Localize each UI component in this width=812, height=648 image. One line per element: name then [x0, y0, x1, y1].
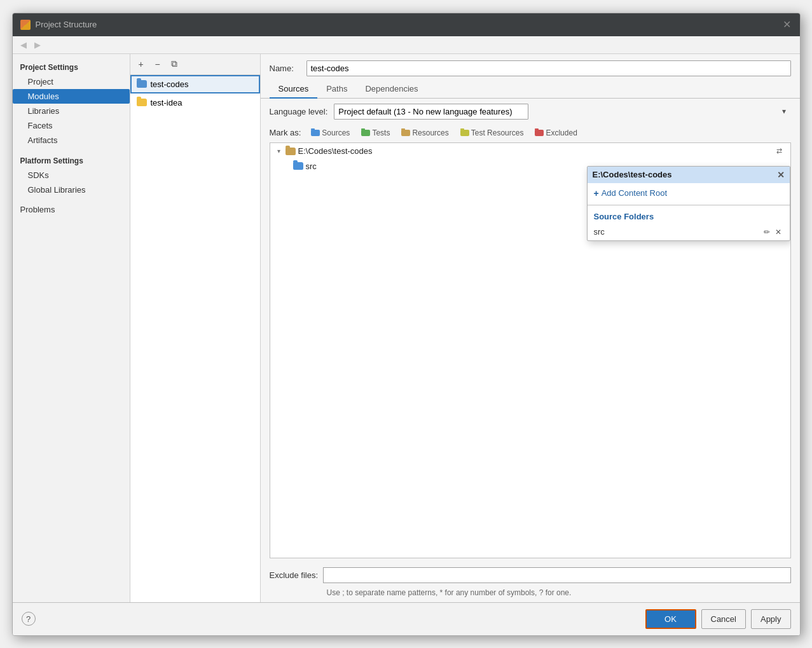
- exclude-files-input[interactable]: [323, 567, 790, 583]
- popup-header: E:\Codes\test-codes ✕: [588, 167, 790, 183]
- module-item-test-codes[interactable]: test-codes: [130, 75, 260, 93]
- title-bar-left: Project Structure: [20, 20, 97, 30]
- tree-expand-all-button[interactable]: ⇄: [774, 146, 785, 157]
- mark-tests-button[interactable]: Tests: [357, 127, 394, 139]
- main-content: Project Settings Project Modules Librari…: [13, 54, 800, 602]
- add-module-button[interactable]: +: [134, 57, 148, 71]
- add-icon: +: [594, 188, 599, 198]
- popup-src-label: src: [594, 227, 758, 237]
- forward-button[interactable]: ▶: [32, 39, 43, 51]
- footer-right: OK Cancel Apply: [645, 609, 791, 629]
- back-button[interactable]: ◀: [18, 39, 29, 51]
- mark-as-label: Mark as:: [270, 128, 301, 137]
- src-label: src: [306, 162, 317, 171]
- sidebar-item-libraries[interactable]: Libraries: [13, 104, 130, 118]
- mark-as-row: Mark as: Sources Tests Resources Test Re…: [261, 125, 800, 142]
- sidebar-item-modules[interactable]: Modules: [13, 89, 130, 104]
- add-content-root-button[interactable]: + Add Content Root: [588, 183, 790, 203]
- tabs-row: Sources Paths Dependencies: [261, 80, 800, 99]
- exclude-files-label: Exclude files:: [270, 570, 319, 580]
- language-level-row: Language level: Project default (13 - No…: [261, 99, 800, 125]
- mark-excluded-button[interactable]: Excluded: [531, 127, 581, 139]
- tree-root-item[interactable]: ▾ E:\Codes\test-codes ⇄: [270, 143, 790, 160]
- sidebar-item-artifacts[interactable]: Artifacts: [13, 133, 130, 148]
- title-bar: Project Structure ✕: [13, 13, 800, 36]
- tab-sources[interactable]: Sources: [270, 80, 318, 99]
- footer: ? OK Cancel Apply: [13, 602, 800, 635]
- name-row: Name:: [261, 54, 800, 80]
- name-input[interactable]: [306, 60, 791, 76]
- module-toolbar: + − ⧉: [130, 54, 260, 75]
- tests-folder-icon: [361, 130, 370, 136]
- popup-src-item: src ✏ ✕: [588, 224, 790, 240]
- popup-divider: [588, 205, 790, 205]
- footer-left: ?: [22, 612, 36, 626]
- project-structure-dialog: Project Structure ✕ ◀ ▶ Project Settings…: [12, 13, 801, 636]
- popup-item-actions: ✏ ✕: [762, 226, 783, 238]
- mark-sources-button[interactable]: Sources: [307, 127, 354, 139]
- sidebar-item-facets[interactable]: Facets: [13, 118, 130, 133]
- sidebar: Project Settings Project Modules Librari…: [13, 54, 130, 602]
- copy-module-button[interactable]: ⧉: [167, 57, 181, 71]
- help-button[interactable]: ?: [22, 612, 36, 626]
- module-folder-icon-2: [137, 99, 147, 106]
- edit-source-folder-button[interactable]: ✏: [762, 226, 772, 238]
- module-label: test-codes: [151, 79, 189, 89]
- module-folder-icon: [137, 80, 147, 88]
- mark-resources-button[interactable]: Resources: [397, 127, 452, 139]
- name-label: Name:: [270, 64, 301, 73]
- app-icon: [20, 20, 31, 30]
- sidebar-item-project[interactable]: Project: [13, 74, 130, 89]
- expand-icon[interactable]: ▾: [275, 148, 283, 155]
- sidebar-item-problems[interactable]: Problems: [13, 202, 130, 217]
- tab-paths[interactable]: Paths: [317, 80, 356, 99]
- resources-folder-icon: [401, 130, 410, 136]
- test-resources-folder-icon: [460, 130, 469, 136]
- project-settings-label: Project Settings: [13, 59, 130, 74]
- module-label-2: test-idea: [151, 98, 182, 107]
- ok-button[interactable]: OK: [645, 609, 696, 629]
- remove-source-folder-button[interactable]: ✕: [773, 226, 783, 238]
- platform-settings-label: Platform Settings: [13, 153, 130, 168]
- add-content-root-label: Add Content Root: [602, 188, 667, 198]
- language-level-label: Language level:: [270, 107, 328, 116]
- remove-module-button[interactable]: −: [151, 57, 165, 71]
- module-list: + − ⧉ test-codes test-idea: [130, 54, 261, 602]
- dialog-title: Project Structure: [36, 20, 97, 29]
- sidebar-item-global-libraries[interactable]: Global Libraries: [13, 183, 130, 197]
- exclude-files-row: Exclude files:: [261, 563, 800, 587]
- popup-title: E:\Codes\test-codes: [593, 170, 672, 179]
- language-level-select[interactable]: Project default (13 - No new language fe…: [334, 104, 528, 120]
- sidebar-item-sdks[interactable]: SDKs: [13, 168, 130, 183]
- root-folder-icon: [286, 148, 296, 155]
- language-level-select-wrapper: Project default (13 - No new language fe…: [334, 104, 790, 120]
- apply-button[interactable]: Apply: [751, 609, 791, 629]
- navigation-arrows: ◀ ▶: [18, 39, 43, 51]
- tab-dependencies[interactable]: Dependencies: [356, 80, 427, 99]
- popup-close-button[interactable]: ✕: [777, 170, 785, 180]
- src-folder-icon: [293, 162, 303, 170]
- root-path-label: E:\Codes\test-codes: [298, 146, 373, 156]
- excluded-folder-icon: [535, 130, 544, 136]
- sources-folder-icon: [311, 130, 320, 136]
- source-folders-section-label: Source Folders: [588, 207, 790, 224]
- close-button[interactable]: ✕: [782, 20, 792, 30]
- cancel-button[interactable]: Cancel: [701, 609, 746, 629]
- nav-bar: ◀ ▶: [13, 36, 800, 54]
- exclude-files-hint: Use ; to separate name patterns, * for a…: [261, 587, 800, 602]
- mark-test-resources-button[interactable]: Test Resources: [457, 127, 528, 139]
- right-panel: Name: Sources Paths Dependencies Languag…: [261, 54, 800, 602]
- file-tree-area: ▾ E:\Codes\test-codes ⇄ src E:\Codes\tes…: [270, 142, 791, 558]
- tree-root-actions: ⇄: [774, 146, 785, 157]
- source-folders-popup: E:\Codes\test-codes ✕ + Add Content Root…: [587, 166, 790, 241]
- module-item-test-idea[interactable]: test-idea: [130, 93, 260, 112]
